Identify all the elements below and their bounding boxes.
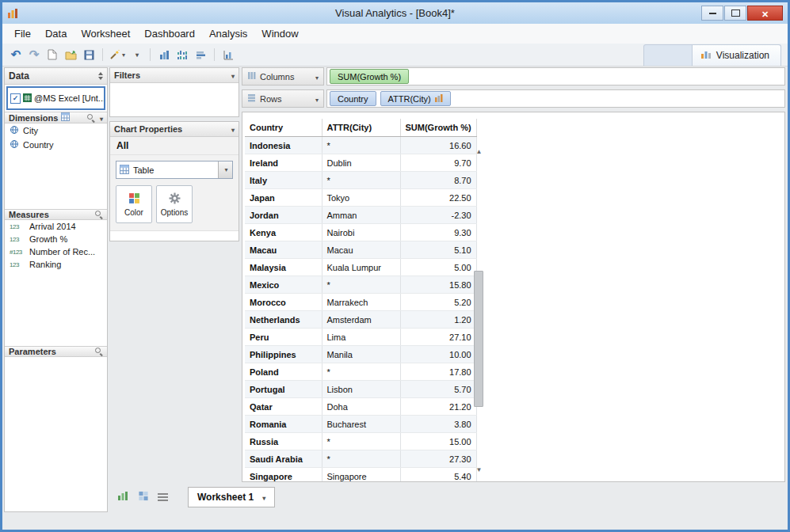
city-cell[interactable]: Doha [322, 398, 400, 416]
pill-attr-city[interactable]: ATTR(City) [380, 91, 451, 106]
menu-data[interactable]: Data [38, 25, 74, 42]
dimensions-header[interactable]: Dimensions [5, 112, 107, 124]
value-cell[interactable]: 15.00 [400, 433, 476, 450]
table-row[interactable]: Kenya Nairobi 9.30 [245, 224, 476, 241]
chevron-down-icon[interactable] [230, 70, 235, 80]
value-cell[interactable]: 8.70 [400, 172, 476, 189]
close-button[interactable] [747, 6, 783, 21]
menu-worksheet[interactable]: Worksheet [74, 25, 137, 42]
refresh-icon[interactable] [129, 47, 143, 63]
country-cell[interactable]: Singapore [245, 468, 322, 483]
maximize-button[interactable] [724, 6, 746, 21]
table-row[interactable]: Netherlands Amsterdam 1.20 [245, 311, 476, 329]
worksheet-tab[interactable]: Worksheet 1 [188, 487, 275, 507]
table-row[interactable]: Japan Tokyo 22.50 [245, 189, 476, 207]
pill-sum-growth[interactable]: SUM(Growth %) [330, 69, 409, 84]
country-cell[interactable]: Netherlands [245, 311, 322, 329]
rows-shelf-label[interactable]: Rows [242, 89, 324, 108]
visualization-tab[interactable]: Visualization [692, 45, 780, 66]
city-cell[interactable]: Kuala Lumpur [322, 259, 400, 276]
measure-item-ranking[interactable]: 123 Ranking [5, 258, 107, 271]
chart-properties-header[interactable]: Chart Properties [110, 122, 239, 137]
chart-type-select[interactable]: Table [116, 161, 233, 179]
filters-shelf[interactable] [110, 83, 239, 116]
save-icon[interactable] [82, 47, 96, 63]
country-cell[interactable]: Malaysia [245, 259, 322, 276]
scrollbar-thumb[interactable] [474, 271, 483, 407]
scroll-down-icon[interactable] [473, 464, 485, 475]
country-cell[interactable]: Jordan [245, 207, 322, 224]
columns-shelf[interactable]: SUM(Growth %) [326, 67, 785, 86]
table-grid-icon[interactable] [61, 112, 70, 123]
small-multiples-chart-icon[interactable] [175, 47, 189, 63]
value-cell[interactable]: 1.20 [400, 311, 476, 329]
color-button[interactable]: Color [116, 185, 152, 223]
value-cell[interactable]: 5.70 [400, 381, 476, 398]
value-cell[interactable]: 27.30 [400, 450, 476, 468]
chevron-down-icon[interactable] [218, 162, 232, 178]
horizontal-bars-chart-icon[interactable] [193, 47, 208, 63]
menu-file[interactable]: File [7, 25, 38, 42]
city-cell[interactable]: Macau [322, 241, 400, 259]
city-cell[interactable]: Tokyo [322, 189, 400, 207]
value-cell[interactable]: 5.40 [400, 468, 476, 483]
country-cell[interactable]: Portugal [245, 381, 322, 398]
table-row[interactable]: Indonesia * 16.60 [245, 137, 476, 154]
city-cell[interactable]: Amman [322, 207, 400, 224]
value-cell[interactable]: 9.70 [400, 154, 476, 172]
axis-chart-icon[interactable] [221, 47, 235, 63]
checkbox-checked-icon[interactable] [10, 93, 21, 104]
value-cell[interactable]: 17.80 [400, 363, 476, 381]
new-file-icon[interactable] [45, 47, 59, 63]
menu-window[interactable]: Window [254, 25, 305, 42]
country-cell[interactable]: Japan [245, 189, 322, 207]
vertical-scrollbar[interactable] [473, 112, 485, 481]
value-cell[interactable]: 5.20 [400, 294, 476, 311]
open-file-icon[interactable] [63, 47, 78, 63]
measure-item-growth[interactable]: 123 Growth % [5, 233, 107, 245]
city-cell[interactable]: * [322, 276, 400, 294]
city-cell[interactable]: * [322, 433, 400, 450]
table-row[interactable]: Romania Bucharest 3.80 [245, 416, 476, 433]
country-cell[interactable]: Ireland [245, 154, 322, 172]
value-cell[interactable]: 5.10 [400, 241, 476, 259]
country-cell[interactable]: Qatar [245, 398, 322, 416]
table-row[interactable]: Singapore Singapore 5.40 [245, 468, 476, 483]
city-cell[interactable]: Lima [322, 329, 400, 346]
country-cell[interactable]: Morocco [245, 294, 322, 311]
menu-analysis[interactable]: Analysis [202, 25, 254, 42]
country-cell[interactable]: Macau [245, 241, 322, 259]
measure-item-arrival-2014[interactable]: 123 Arrival 2014 [5, 220, 107, 233]
measures-header[interactable]: Measures [5, 209, 107, 220]
minimize-button[interactable] [701, 6, 723, 21]
value-cell[interactable]: 16.60 [400, 137, 476, 154]
country-cell[interactable]: Russia [245, 433, 322, 450]
new-worksheet-icon[interactable] [117, 490, 129, 504]
table-row[interactable]: Saudi Arabia * 27.30 [245, 450, 476, 468]
parameters-header[interactable]: Parameters [5, 346, 107, 357]
chevron-down-icon[interactable] [314, 72, 319, 82]
value-cell[interactable]: 10.00 [400, 346, 476, 363]
bar-chart-icon[interactable] [157, 47, 171, 63]
measure-item-number-of-records[interactable]: #123 Number of Rec... [5, 245, 107, 258]
country-cell[interactable]: Peru [245, 329, 322, 346]
data-source-item[interactable]: @MS Excel [Unt... [6, 86, 105, 110]
value-cell[interactable]: 21.20 [400, 398, 476, 416]
pill-country[interactable]: Country [330, 91, 376, 106]
value-cell[interactable]: 3.80 [400, 416, 476, 433]
city-cell[interactable]: Lisbon [322, 381, 400, 398]
table-row[interactable]: Peru Lima 27.10 [245, 329, 476, 346]
value-cell[interactable]: 9.30 [400, 224, 476, 241]
search-icon[interactable] [95, 348, 103, 355]
table-row[interactable]: Poland * 17.80 [245, 363, 476, 381]
chevron-down-icon[interactable] [230, 124, 235, 134]
value-cell[interactable]: 15.80 [400, 276, 476, 294]
city-cell[interactable]: Bucharest [322, 416, 400, 433]
value-cell[interactable]: 22.50 [400, 189, 476, 207]
menu-dashboard[interactable]: Dashboard [137, 25, 202, 42]
table-row[interactable]: Philippines Manila 10.00 [245, 346, 476, 363]
city-cell[interactable]: * [322, 137, 400, 154]
table-row[interactable]: Qatar Doha 21.20 [245, 398, 476, 416]
rows-shelf[interactable]: Country ATTR(City) [326, 89, 785, 108]
city-cell[interactable]: Nairobi [322, 224, 400, 241]
